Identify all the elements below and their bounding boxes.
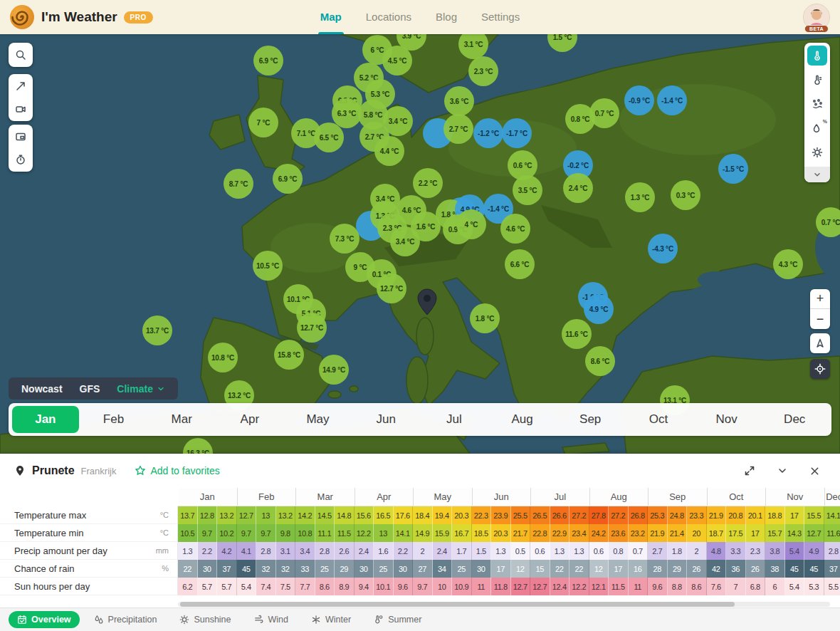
temperature-marker[interactable]: 0.7 °C (816, 207, 840, 237)
temperature-marker[interactable]: 2.7 °C (443, 114, 473, 144)
zoom-out-button[interactable]: − (810, 309, 830, 329)
table-month-jan: Jan (178, 488, 237, 506)
temperature-marker[interactable]: 16.3 °C (183, 438, 213, 454)
temperature-marker[interactable]: 3.4 °C (390, 226, 420, 256)
month-dec[interactable]: Dec (761, 406, 828, 433)
temperature-marker[interactable]: 4.6 °C (500, 214, 530, 244)
temperature-marker[interactable]: 4 °C (456, 209, 486, 239)
tab-sunshine[interactable]: Sunshine (171, 611, 239, 628)
nav-locations[interactable]: Locations (354, 0, 424, 34)
layer-sunshine-button[interactable] (807, 142, 827, 162)
temperature-marker[interactable]: 6.5 °C (314, 122, 344, 152)
temperature-marker[interactable]: 10.5 °C (253, 251, 283, 281)
locate-me-button[interactable] (810, 359, 830, 379)
nav-blog[interactable]: Blog (424, 0, 469, 34)
tab-precipitation[interactable]: Precipitation (85, 611, 166, 628)
temperature-marker[interactable]: 2.2 °C (413, 168, 443, 198)
temperature-marker[interactable]: 13.7 °C (142, 316, 172, 345)
tab-wind[interactable]: Wind (246, 611, 297, 628)
month-may[interactable]: May (285, 406, 352, 433)
temperature-marker-label: 3.6 °C (450, 98, 469, 105)
weather-map[interactable]: 3.9 °C6 °C3.1 °C1.5 °C4.5 °C6.9 °C2.3 °C… (0, 34, 840, 454)
table-cell: 9.6 (394, 578, 414, 595)
month-sep[interactable]: Sep (557, 406, 624, 433)
selected-location-pin[interactable] (416, 288, 438, 318)
temperature-marker[interactable]: 12.7 °C (377, 273, 406, 303)
temperature-marker[interactable]: 1.8 °C (470, 303, 500, 333)
temperature-marker[interactable]: 15.8 °C (274, 340, 304, 370)
layer-air-particles-button[interactable] (807, 94, 827, 114)
temperature-marker[interactable]: 2.3 °C (468, 56, 498, 86)
nav-settings[interactable]: Settings (469, 0, 532, 34)
temperature-marker[interactable]: -1.4 °C (657, 85, 687, 115)
temperature-marker[interactable]: 2.4 °C (563, 173, 593, 203)
tab-winter[interactable]: Winter (303, 611, 359, 628)
temperature-marker[interactable]: 6.3 °C (332, 98, 362, 128)
temperature-marker[interactable]: 4.3 °C (773, 249, 803, 279)
close-panel-button[interactable] (809, 466, 820, 476)
temperature-marker[interactable]: 3.1 °C (458, 34, 488, 59)
temperature-marker[interactable]: 7 °C (248, 108, 278, 137)
temperature-marker[interactable]: 8.7 °C (224, 169, 253, 199)
mode-climate[interactable]: Climate (108, 383, 174, 395)
mode-gfs[interactable]: GFS (71, 383, 109, 395)
temperature-marker[interactable]: 0.7 °C (589, 98, 619, 128)
temperature-marker[interactable]: 6.9 °C (273, 164, 303, 194)
temperature-marker[interactable]: 3.5 °C (513, 175, 542, 205)
layers-panel: % (804, 43, 830, 182)
temperature-marker[interactable]: 1.5 °C (547, 34, 577, 52)
temperature-marker[interactable]: 6.9 °C (253, 46, 283, 75)
nav-map[interactable]: Map (308, 0, 354, 34)
layer-precipitation-probability-button[interactable]: % (807, 118, 827, 138)
user-avatar[interactable]: BETA (803, 4, 830, 31)
temperature-marker[interactable]: 0.3 °C (671, 180, 700, 210)
tab-summer[interactable]: Summer (365, 611, 430, 628)
month-oct[interactable]: Oct (625, 406, 692, 433)
month-jan[interactable]: Jan (12, 406, 79, 433)
temperature-marker[interactable]: 4.5 °C (382, 46, 412, 75)
calendar-icon (17, 615, 27, 625)
collapse-panel-button[interactable] (777, 465, 788, 476)
tab-sunshine-label: Sunshine (194, 615, 231, 625)
month-jul[interactable]: Jul (421, 406, 488, 433)
timer-button[interactable] (11, 150, 31, 170)
mode-nowcast[interactable]: Nowcast (13, 383, 71, 395)
temperature-marker[interactable]: 12.7 °C (297, 313, 327, 343)
month-aug[interactable]: Aug (489, 406, 556, 433)
expand-panel-button[interactable] (744, 465, 755, 476)
layer-feels-like-button[interactable] (807, 70, 827, 90)
month-mar[interactable]: Mar (148, 406, 215, 433)
layers-collapse-button[interactable] (804, 167, 830, 182)
temperature-marker[interactable]: 4.9 °C (584, 294, 614, 324)
temperature-marker[interactable]: -1.2 °C (473, 118, 503, 148)
picture-in-picture-button[interactable] (11, 127, 31, 147)
temperature-marker[interactable]: 11.6 °C (562, 319, 592, 349)
temperature-marker[interactable]: 10.8 °C (208, 343, 238, 372)
layer-temperature-button[interactable] (807, 46, 827, 66)
temperature-marker[interactable]: -4.3 °C (648, 234, 678, 264)
month-jun[interactable]: Jun (352, 406, 419, 433)
table-scrollbar-thumb[interactable] (180, 602, 735, 607)
table-cell: 25 (315, 560, 335, 578)
month-apr[interactable]: Apr (216, 406, 283, 433)
temperature-marker[interactable]: 14.9 °C (319, 355, 349, 385)
month-feb[interactable]: Feb (80, 406, 147, 433)
temperature-marker[interactable]: 3.6 °C (444, 86, 474, 116)
month-nov[interactable]: Nov (693, 406, 760, 433)
temperature-marker[interactable]: -1.7 °C (502, 118, 532, 148)
zoom-in-button[interactable]: + (810, 289, 830, 309)
webcam-button[interactable] (11, 99, 31, 119)
temperature-marker[interactable]: 8.6 °C (585, 346, 615, 376)
add-to-favorites-button[interactable]: Add to favorites (135, 465, 219, 476)
temperature-marker[interactable]: -0.9 °C (624, 85, 654, 115)
route-button[interactable] (11, 76, 31, 96)
table-month-dec: Dec (824, 488, 840, 506)
temperature-marker[interactable]: 1.3 °C (625, 182, 655, 212)
temperature-marker[interactable]: -1.5 °C (718, 154, 748, 184)
temperature-marker[interactable]: 4.4 °C (374, 136, 404, 166)
compass-button[interactable] (810, 333, 830, 353)
tab-overview[interactable]: Overview (9, 611, 80, 628)
temperature-marker[interactable]: 6.6 °C (505, 249, 535, 279)
search-button[interactable] (11, 45, 31, 65)
temperature-marker[interactable]: 7.3 °C (330, 224, 359, 254)
